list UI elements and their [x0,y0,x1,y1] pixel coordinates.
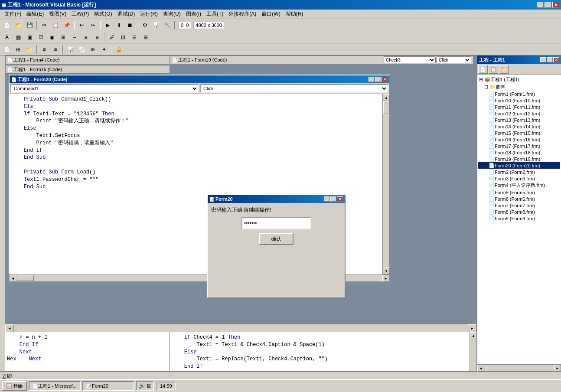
toolbar-paste[interactable]: 📌 [62,20,72,30]
form19-dropdown1[interactable]: Check3 [384,56,436,63]
tb3-btn4[interactable]: ≡ [39,45,49,54]
project-form19[interactable]: 📄 Form19 (Form19.frm) [478,156,560,162]
start-button[interactable]: 🪟 开始 [2,381,27,391]
tb2-btn8[interactable]: ≡ [81,33,91,42]
tb2-btn13[interactable]: ⊞ [140,33,151,42]
menu-window[interactable]: 窗口(W) [259,10,283,19]
menu-project[interactable]: 工程(P) [69,10,91,19]
project-form13[interactable]: 📄 Form13 (Form13.frm) [478,117,560,123]
hscroll-thumb[interactable] [16,275,34,281]
vscroll-thumb[interactable] [383,101,389,114]
project-view-code[interactable]: 📄 [478,65,488,74]
project-form17[interactable]: 📄 Form17 (Form17.frm) [478,143,560,149]
menu-format[interactable]: 格式(O) [91,10,114,19]
taskbar-item-vb[interactable]: 📄 工程1 - Microsof... [29,381,81,391]
form20-vscroll[interactable]: ▲ ▼ [382,94,389,274]
menu-help[interactable]: 帮助(H) [283,10,306,19]
project-form1[interactable]: 📄 Form1 (Form1.frm) [478,91,560,97]
toolbar-pause[interactable]: ⏸ [114,20,124,30]
project-form12[interactable]: 📄 Form12 (Form12.frm) [478,110,560,117]
tb2-btn9[interactable]: ≡ [92,33,102,42]
toolbar-copy[interactable]: 📋 [50,20,61,30]
project-form18[interactable]: 📄 Form18 (Form18.frm) [478,149,560,156]
tb3-btn8[interactable]: ⊕ [88,45,98,54]
toolbar-run[interactable]: ▶ [102,20,113,30]
tb2-btn7[interactable]: ↔ [69,33,80,42]
toolbar-save[interactable]: 💾 [24,20,35,30]
toolbar-misc3[interactable]: 🔧 [162,20,173,30]
project-form20[interactable]: 📄 Form20 (Form20.frm) [478,162,560,169]
tb2-btn6[interactable]: ⊞ [58,33,68,42]
bottom-right-vscroll[interactable]: ▲ ▼ [470,332,476,371]
form20-confirm-button[interactable]: 确认 [259,233,294,245]
popup-close[interactable]: ✕ [337,196,343,202]
toolbar-redo[interactable]: ↪ [88,20,98,30]
menu-debug[interactable]: 调试(D) [115,10,138,19]
tb3-btn9[interactable]: ✦ [99,45,109,54]
tb3-btn7[interactable]: 📈 [76,45,87,54]
brc-vscroll-track[interactable] [470,339,476,371]
form20-event-dropdown[interactable]: Click [200,84,388,93]
form19-tab-label[interactable]: 工程1 - Form19 (Code) [178,57,227,63]
tb2-btn4[interactable]: ☑ [36,33,46,42]
tb2-btn5[interactable]: ◉ [47,33,57,42]
toolbar-stop[interactable]: ⏹ [125,20,135,30]
project-view-form[interactable]: 📋 [489,65,498,74]
tb2-btn2[interactable]: ▦ [13,33,23,42]
toolbar-misc2[interactable]: 📊 [151,20,161,30]
bottom-hscroll-left[interactable]: ◄ [5,324,14,332]
project-form2[interactable]: 📄 Form2 (Form2.frm) [478,169,560,175]
bottom-left-code[interactable]: n = n + 1 End If Next Nex Next [5,332,170,371]
tb3-btn10[interactable]: 🔒 [114,45,124,54]
vscroll-down[interactable]: ▼ [383,268,390,274]
toolbar-open[interactable]: 📂 [13,20,23,30]
menu-edit[interactable]: 编辑(E) [24,10,46,19]
project-form8[interactable]: 📄 Form8 (Form8.frm) [478,209,560,215]
project-form5[interactable]: 📄 Form5 (Form5.frm) [478,189,560,196]
form20-maximize[interactable]: □ [375,77,381,82]
project-form15[interactable]: 📄 Form15 (Form15.frm) [478,130,560,136]
project-form4-square[interactable]: 📄 Form4 (平方逆序数.frm) [478,182,560,189]
project-toggle-folder[interactable]: 📁 [499,65,509,74]
brc-vscroll-up[interactable]: ▲ [470,332,476,339]
menu-view[interactable]: 视图(V) [46,10,69,19]
tb3-btn6[interactable]: 📊 [65,45,75,54]
project-form10[interactable]: 📄 Form10 (Form10.frm) [478,97,560,104]
tb3-btn2[interactable]: ⊞ [13,45,23,54]
menu-addons[interactable]: 外接程序(A) [226,10,259,19]
project-minimize[interactable]: _ [540,57,546,62]
toolbar-undo[interactable]: ↩ [76,20,87,30]
vscroll-track[interactable] [383,101,389,268]
project-form11[interactable]: 📄 Form11 (Form11.frm) [478,104,560,110]
vscroll-up[interactable]: ▲ [383,94,390,101]
toolbar-new[interactable]: 📄 [2,20,12,30]
project-form7[interactable]: 📄 Form7 (Form7.frm) [478,202,560,209]
taskbar-item-form20[interactable]: 📝 Form20 [82,381,134,391]
toolbar-cut[interactable]: ✂ [39,20,49,30]
menu-file[interactable]: 文件(F) [2,10,24,19]
menu-query[interactable]: 查询(U) [160,10,183,19]
form16-tab-label[interactable]: 工程1 - Form16 (Code) [13,66,62,73]
tb3-btn5[interactable]: ≡ [50,45,61,54]
bottom-hscroll-right[interactable]: ► [468,324,476,332]
form19-dropdown2[interactable]: Click [437,56,471,63]
rp-hscroll-left[interactable]: ◄ [477,365,484,372]
tb3-btn3[interactable]: 📁 [24,45,35,54]
form20-popup-input[interactable] [241,217,311,229]
rp-hscroll-track[interactable] [484,365,554,371]
tb2-btn1[interactable]: A [2,33,12,42]
project-close[interactable]: ✕ [553,57,559,62]
project-forms-folder[interactable]: ⊟ 📁 窗体 [483,83,560,91]
project-form9[interactable]: 📄 Form9 (Form9.frm) [478,215,560,222]
toolbar-misc1[interactable]: ⚙ [140,20,150,30]
hscroll-right[interactable]: ► [382,275,389,282]
tb2-btn3[interactable]: ▣ [24,33,35,42]
popup-minimize[interactable]: _ [324,196,330,202]
project-maximize[interactable]: □ [547,57,553,62]
minimize-button[interactable]: _ [537,2,544,8]
project-form3[interactable]: 📄 Form3 (Form3.frm) [478,175,560,182]
hscroll-left[interactable]: ◄ [10,275,16,282]
project-root-item[interactable]: ⊟ 📦 工程1 (工程1) [478,76,560,83]
tb2-btn10[interactable]: 🖊 [107,33,117,42]
menu-run[interactable]: 运行(R) [137,10,160,19]
